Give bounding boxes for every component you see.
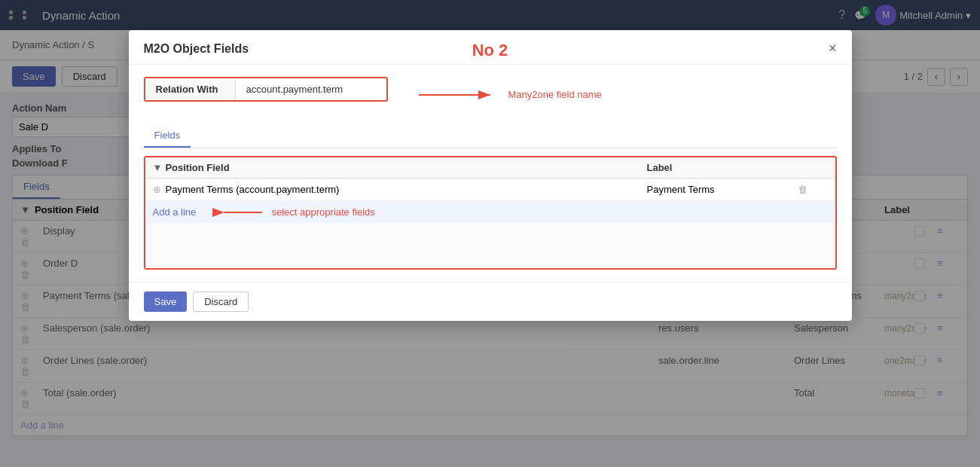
empty-table-space <box>145 223 835 268</box>
modal-close-button[interactable]: × <box>829 41 837 56</box>
modal-table-header: ▼ Position Field Label <box>145 157 835 179</box>
modal-save-button[interactable]: Save <box>144 291 188 312</box>
relation-with-value[interactable]: account.payment.term <box>236 78 386 100</box>
modal-tab-fields[interactable]: Fields <box>144 124 191 148</box>
modal-add-line-button[interactable]: Add a line select appropriate fields <box>145 201 835 223</box>
row-label: Payment Terms <box>647 184 798 195</box>
drag-handle-icon: ⊕ <box>153 184 161 195</box>
relation-with-label: Relation With <box>145 78 236 100</box>
modal-body: Relation With account.payment.term Many2… <box>129 65 852 282</box>
actions-col <box>798 162 828 173</box>
row-delete-icon[interactable]: 🗑 <box>798 184 828 195</box>
modal-table: ▼ Position Field Label ⊕ Payment Terms (… <box>144 156 837 270</box>
modal-tabs: Fields <box>144 124 837 148</box>
modal-overlay: No 2 M2O Object Fields × Relation With a… <box>0 0 980 467</box>
modal-title: M2O Object Fields <box>144 42 249 56</box>
relation-field-wrapper: Relation With account.payment.term <box>144 77 388 102</box>
label-col-label: Label <box>647 162 798 173</box>
annotation-arrow-text: Many2one field name <box>508 89 602 100</box>
modal-table-row: ⊕ Payment Terms (account.payment.term) P… <box>145 179 835 201</box>
modal-discard-button[interactable]: Discard <box>193 291 249 312</box>
modal: No 2 M2O Object Fields × Relation With a… <box>129 30 852 321</box>
position-field-col-label: Position Field <box>165 162 229 173</box>
annotation-fields-text: select appropriate fields <box>272 206 375 218</box>
col-chevron-icon: ▼ <box>153 162 163 173</box>
row-field-name: Payment Terms (account.payment.term) <box>166 184 340 195</box>
add-line-text: Add a line <box>153 206 197 218</box>
modal-header: M2O Object Fields × <box>129 30 852 65</box>
modal-footer: Save Discard <box>129 282 852 321</box>
